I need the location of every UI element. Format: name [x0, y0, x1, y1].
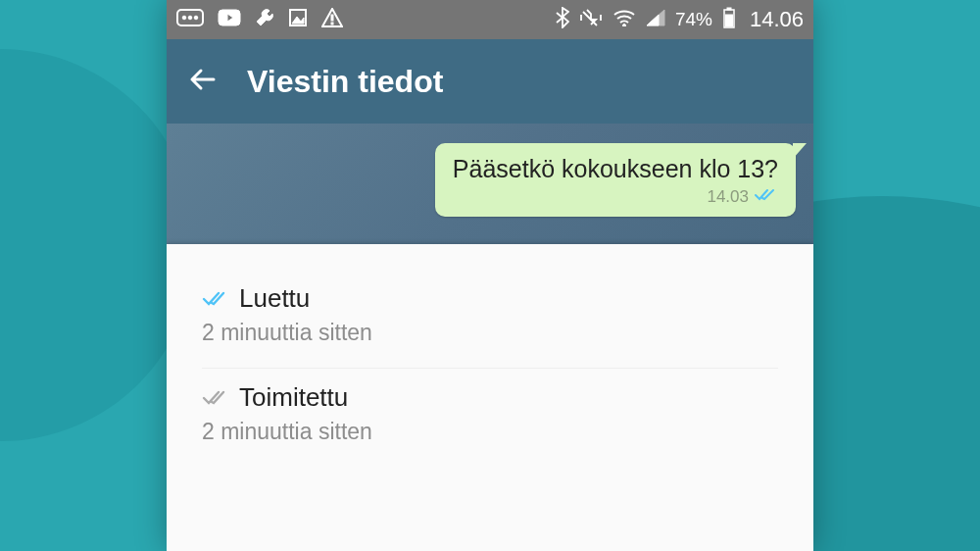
app-bar: Viestin tiedot	[167, 39, 813, 124]
status-right: 74% 14.06	[556, 7, 804, 33]
wifi-icon	[612, 9, 636, 31]
notification-dots-icon	[176, 9, 204, 31]
image-icon	[288, 8, 308, 32]
read-ticks-icon	[202, 290, 229, 308]
signal-icon	[646, 9, 665, 31]
message-text: Pääsetkö kokoukseen klo 13?	[453, 155, 778, 183]
message-bubble[interactable]: Pääsetkö kokoukseen klo 13? 14.03	[435, 143, 796, 217]
message-time: 14.03	[707, 187, 749, 207]
warning-icon	[321, 8, 343, 32]
info-card: Luettu 2 minuuttia sitten Toimitettu 2 m…	[167, 244, 813, 551]
svg-rect-16	[725, 15, 732, 26]
svg-rect-9	[331, 15, 333, 21]
phone-frame: 74% 14.06 Viestin tiedot Pääsetkö kokouk…	[167, 0, 813, 551]
svg-point-1	[182, 16, 186, 20]
battery-icon	[722, 7, 736, 33]
chat-area: Pääsetkö kokoukseen klo 13? 14.03	[167, 124, 813, 244]
svg-marker-13	[647, 15, 659, 25]
vibrate-icon	[579, 8, 603, 32]
svg-rect-15	[727, 8, 731, 10]
status-clock: 14.06	[750, 7, 804, 32]
message-meta: 14.03	[453, 187, 778, 207]
svg-point-11	[622, 24, 625, 26]
svg-rect-10	[331, 23, 333, 25]
delivered-label: Toimitettu	[239, 382, 348, 413]
play-icon	[218, 9, 241, 31]
wrench-icon	[255, 8, 274, 32]
read-ticks-icon	[755, 188, 778, 206]
read-label: Luettu	[239, 283, 310, 314]
delivered-ticks-icon	[202, 389, 229, 407]
back-button[interactable]	[188, 65, 218, 98]
read-row: Luettu 2 minuuttia sitten	[202, 270, 778, 369]
svg-point-2	[188, 16, 192, 20]
battery-percent: 74%	[675, 9, 712, 30]
svg-point-3	[194, 16, 198, 20]
delivered-row: Toimitettu 2 minuuttia sitten	[202, 369, 778, 467]
bluetooth-icon	[556, 7, 569, 33]
status-left	[176, 8, 343, 32]
svg-marker-7	[292, 17, 304, 24]
page-title: Viestin tiedot	[247, 64, 443, 100]
status-bar: 74% 14.06	[167, 0, 813, 39]
read-subtext: 2 minuuttia sitten	[202, 320, 778, 346]
delivered-subtext: 2 minuuttia sitten	[202, 419, 778, 445]
